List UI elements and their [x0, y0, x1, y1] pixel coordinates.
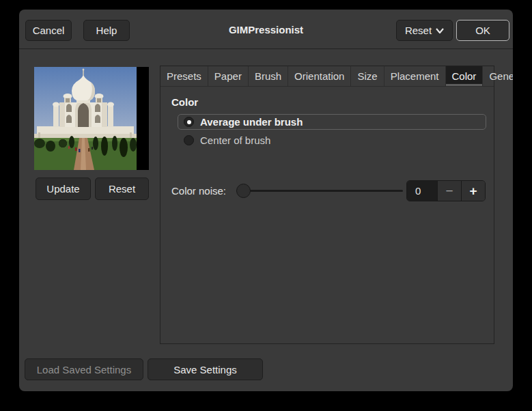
- radio-center-of-brush[interactable]: Center of brush: [178, 132, 486, 148]
- help-button[interactable]: Help: [83, 20, 130, 41]
- tab-bar: Presets Paper Brush Orientation Size Pla…: [160, 66, 494, 87]
- reset-menu-label: Reset: [405, 25, 432, 36]
- color-noise-value[interactable]: 0: [407, 181, 437, 201]
- color-noise-slider[interactable]: [236, 180, 403, 201]
- preview-image: [34, 67, 149, 170]
- color-noise-row: Color noise: 0 − +: [171, 180, 486, 201]
- tab-brush[interactable]: Brush: [249, 66, 288, 86]
- tab-color[interactable]: Color: [446, 66, 484, 86]
- save-settings-button[interactable]: Save Settings: [148, 358, 263, 380]
- tab-paper[interactable]: Paper: [208, 66, 249, 86]
- reset-menu-button[interactable]: Reset: [396, 20, 453, 41]
- tab-presets[interactable]: Presets: [160, 66, 208, 86]
- chevron-down-icon: [436, 28, 444, 33]
- cancel-button[interactable]: Cancel: [25, 20, 72, 41]
- radio-selected-icon: [184, 117, 194, 127]
- radio-average-label: Average under brush: [200, 116, 303, 128]
- ok-button[interactable]: OK: [456, 20, 509, 41]
- radio-average-under-brush[interactable]: Average under brush: [178, 114, 486, 130]
- preview-reset-button[interactable]: Reset: [95, 178, 149, 200]
- decrement-button[interactable]: −: [437, 181, 461, 201]
- settings-notebook: Presets Paper Brush Orientation Size Pla…: [160, 66, 494, 344]
- slider-handle[interactable]: [236, 184, 251, 198]
- color-noise-label: Color noise:: [171, 185, 229, 197]
- increment-button[interactable]: +: [461, 181, 485, 201]
- gimpressionist-dialog: Cancel Help GIMPressionist Reset OK: [19, 10, 513, 391]
- tab-orientation[interactable]: Orientation: [288, 66, 351, 86]
- slider-track: [236, 190, 403, 192]
- color-section-heading: Color: [171, 96, 483, 108]
- taj-mahal-illustration: [34, 67, 137, 170]
- tab-general[interactable]: General: [483, 66, 513, 86]
- radio-center-label: Center of brush: [200, 134, 270, 146]
- dialog-header: Cancel Help GIMPressionist Reset OK: [19, 10, 513, 49]
- color-tab-panel: Color Average under brush Center of brus…: [160, 87, 494, 158]
- load-saved-settings-button[interactable]: Load Saved Settings: [25, 358, 143, 380]
- tab-size[interactable]: Size: [351, 66, 384, 86]
- color-noise-spinbox: 0 − +: [406, 180, 486, 201]
- tab-placement[interactable]: Placement: [384, 66, 446, 86]
- update-button[interactable]: Update: [36, 178, 91, 200]
- radio-unselected-icon: [184, 135, 194, 145]
